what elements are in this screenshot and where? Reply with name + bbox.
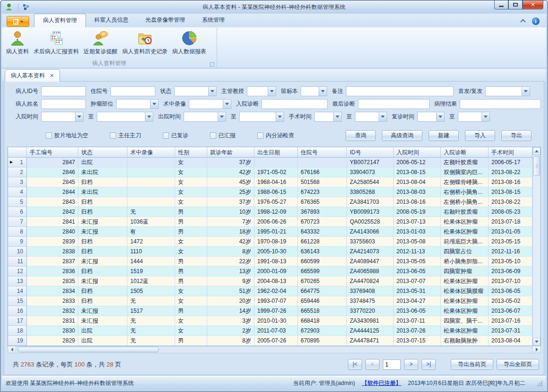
collapse-ribbon-icon[interactable] (521, 19, 525, 24)
column-header[interactable]: 手工编号 (27, 147, 78, 158)
maximize-button[interactable] (508, 0, 523, 9)
patient-id-field[interactable] (41, 86, 86, 96)
combo-dropdown-icon[interactable] (150, 99, 159, 109)
horizontal-scrollbar-thumb[interactable] (17, 347, 159, 352)
combo-dropdown-icon[interactable] (218, 112, 226, 122)
scroll-up-button[interactable] (533, 147, 540, 155)
tab-patient-basic-data[interactable]: 病人基本资料 ✕ (5, 69, 60, 82)
table-row[interactable]: 102838归档1110女8岁2005-10-30636143ZA4214073… (8, 247, 532, 257)
director-surgeon-checkbox[interactable]: 主任主刀 (110, 132, 141, 140)
combo-dropdown-icon[interactable] (481, 112, 490, 122)
ribbon-tab-department-staff-info[interactable]: 科室人员信息 (86, 14, 137, 27)
table-row[interactable]: 82840未汇报有男18岁1995-01-21643332ZA414306620… (8, 227, 532, 237)
import-button[interactable]: 导入 (465, 130, 495, 141)
close-button[interactable]: ✕ (523, 0, 543, 9)
column-header[interactable]: 术中录像 (127, 147, 175, 158)
discharge-date-from-value[interactable] (184, 112, 218, 122)
table-row[interactable]: 162832未汇报1517男14岁1999-07-266655183377022… (8, 306, 532, 316)
table-row[interactable]: 72841未汇报1036蓝男7岁2006-06-26670723QA002552… (8, 217, 532, 227)
final-diagnosis-field[interactable] (358, 99, 430, 109)
recent-followup-reminder-button[interactable]: 近期复诊提醒 (81, 29, 120, 57)
combo-dropdown-icon[interactable] (379, 112, 387, 122)
dialog-launcher-icon[interactable] (210, 62, 215, 67)
column-header[interactable]: 就诊年龄 (207, 147, 254, 158)
vertical-scrollbar-thumb[interactable] (533, 156, 540, 176)
admission-date-to-value[interactable] (97, 112, 145, 122)
table-row[interactable]: 152833归档无女20岁1993-07-0765944633748475201… (8, 296, 532, 306)
admission-no-field[interactable] (110, 86, 155, 96)
export-current-page-button[interactable]: 导出当前页 (451, 359, 493, 370)
minimize-button[interactable] (494, 0, 508, 9)
combo-dropdown-icon[interactable] (268, 86, 276, 96)
table-row[interactable]: 1▶2847出院女37岁YB00721472006-05-12左额叶胶质瘤200… (8, 158, 532, 167)
discharge-date-to-value[interactable] (239, 112, 276, 122)
table-row[interactable]: 142834归档1505女51岁1962-02-0466477533769408… (8, 286, 532, 296)
table-row[interactable]: 22846未出院女42岁1971-05-02676166339040732013… (8, 167, 532, 177)
postop-report-data-button[interactable]: 术后病人汇报资料 (31, 29, 81, 57)
combo-dropdown-icon[interactable] (319, 86, 327, 96)
app-menu-button[interactable] (7, 16, 29, 27)
chief-professor-select-value[interactable] (247, 86, 268, 96)
combo-dropdown-icon[interactable] (223, 99, 231, 109)
column-header[interactable]: 出生日期 (254, 147, 298, 158)
next-page-button[interactable]: > (404, 359, 418, 370)
followup-date-to-value[interactable] (458, 112, 481, 122)
status-select-value[interactable] (174, 86, 208, 96)
scroll-left-button[interactable] (8, 346, 16, 353)
vertical-scrollbar[interactable] (532, 147, 540, 346)
reported-checkbox[interactable]: 已汇报 (210, 132, 236, 140)
page-number-input[interactable] (383, 359, 401, 370)
resize-grip[interactable] (537, 381, 542, 386)
advanced-query-button[interactable]: 高级查询 (382, 130, 422, 141)
column-header[interactable]: 状态 (78, 147, 127, 158)
quick-access-layout-icon[interactable] (22, 3, 30, 11)
table-row[interactable]: 112837未汇报1444男22岁1991-08-13660599ZA40894… (8, 257, 532, 267)
table-row[interactable]: 172831未汇报无女3岁2010-01-30668418ZA343098120… (8, 316, 532, 326)
remarks-field[interactable] (346, 86, 454, 96)
new-button[interactable]: 新建 (429, 130, 459, 141)
first-page-button[interactable]: |< (348, 359, 362, 370)
combo-dropdown-icon[interactable] (333, 112, 342, 122)
export-button[interactable]: 导出 (501, 130, 531, 141)
combo-dropdown-icon[interactable] (276, 112, 284, 122)
table-row[interactable]: 32845归档女45岁1968-04-16501568ZA25805442013… (8, 177, 532, 187)
admission-diagnosis-field[interactable] (261, 99, 328, 109)
software-registered-link[interactable]: 【软件已注册】 (362, 379, 401, 387)
film-address-empty-checkbox[interactable]: 胶片地址为空 (46, 132, 88, 140)
column-header[interactable]: 入院时间 (394, 147, 441, 158)
ribbon-tab-patient-data-management[interactable]: 病人资料管理 (34, 14, 86, 27)
table-row[interactable]: 132835未汇报1012蓝男9岁2004-08-13670265ZA44708… (8, 276, 532, 286)
scroll-right-button[interactable] (532, 346, 540, 353)
endocrine-exam-checkbox[interactable]: 内分泌检查 (257, 132, 294, 140)
specimen-kept-select-value[interactable] (301, 86, 319, 96)
table-row[interactable]: 42844未出院女25岁1988-06-15674223338052682013… (8, 187, 532, 197)
intraop-video-select-value[interactable] (189, 99, 223, 109)
combo-dropdown-icon[interactable] (522, 86, 530, 96)
surgery-date-to-value[interactable] (355, 112, 379, 122)
table-row[interactable]: 182830出院无女2岁2011-07-03672903ZA4444125201… (8, 326, 532, 336)
combo-dropdown-icon[interactable] (436, 112, 445, 122)
last-page-button[interactable]: >| (422, 359, 436, 370)
table-row[interactable]: 122836归档1519男13岁2000-01-09665599ZA406598… (8, 267, 532, 276)
followup-date-from-value[interactable] (417, 112, 436, 122)
combo-dropdown-icon[interactable] (145, 112, 153, 122)
column-header[interactable]: 手术时间 (489, 147, 532, 158)
column-header[interactable]: 入院诊断 (441, 147, 489, 158)
tumor-site-select-value[interactable] (116, 99, 150, 109)
first-or-relapse-select-value[interactable] (485, 86, 522, 96)
patient-data-button[interactable]: 病人资料 (4, 29, 31, 57)
patient-data-report-button[interactable]: 病人数据报表 (170, 29, 209, 57)
table-row[interactable]: 92839归档1472女42岁1970-08-19661228337556032… (8, 237, 532, 247)
surgery-date-from-value[interactable] (314, 112, 333, 122)
pathology-result-field[interactable] (460, 99, 541, 109)
scroll-down-button[interactable] (533, 338, 540, 346)
row-indicator-header[interactable] (8, 147, 27, 158)
ribbon-tab-system-management[interactable]: 系统管理 (194, 14, 233, 27)
column-header[interactable]: 性别 (175, 147, 207, 158)
info-icon[interactable]: i (532, 17, 540, 25)
tab-close-icon[interactable]: ✕ (50, 73, 54, 79)
ribbon-tab-disc-tape-management[interactable]: 光盘录像带管理 (137, 14, 194, 27)
table-row[interactable]: 52843归档女37岁1976-05-27676365ZA38417032013… (8, 197, 532, 207)
query-button[interactable]: 查询 (346, 130, 376, 141)
horizontal-scrollbar[interactable] (8, 346, 541, 353)
